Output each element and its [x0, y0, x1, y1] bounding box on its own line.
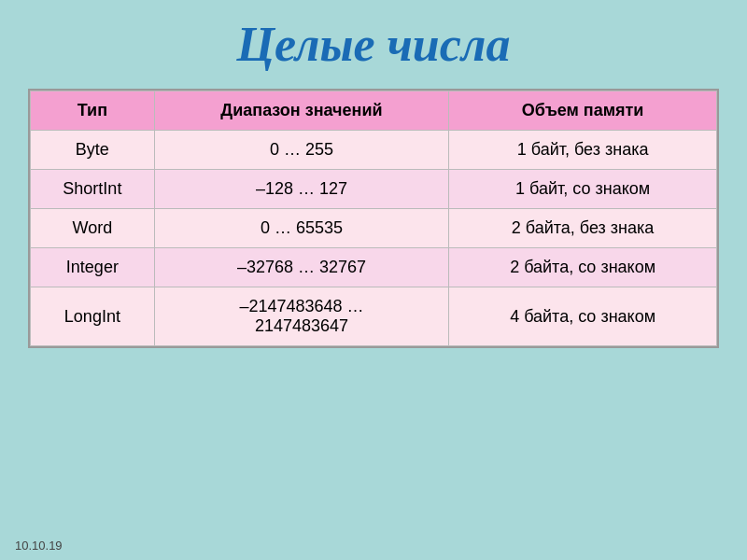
- page-title: Целые числа: [236, 17, 510, 72]
- footer-date: 10.10.19: [15, 539, 63, 553]
- table-row: Byte0 … 2551 байт, без знака: [31, 131, 717, 170]
- table-row: Integer–32768 … 327672 байта, со знаком: [31, 248, 717, 287]
- cell-memory: 2 байта, со знаком: [449, 248, 717, 287]
- cell-type: ShortInt: [31, 170, 155, 209]
- col-header-type: Тип: [31, 91, 155, 131]
- col-header-range: Диапазон значений: [154, 91, 448, 131]
- col-header-memory: Объем памяти: [449, 91, 717, 131]
- cell-memory: 2 байта, без знака: [449, 209, 717, 248]
- cell-type: Byte: [31, 131, 155, 170]
- cell-memory: 1 байт, без знака: [449, 131, 717, 170]
- cell-range: 0 … 255: [154, 131, 448, 170]
- table-row: Word0 … 655352 байта, без знака: [31, 209, 717, 248]
- cell-range: –2147483648 …2147483647: [154, 287, 448, 346]
- data-table-container: Тип Диапазон значений Объем памяти Byte0…: [28, 89, 719, 348]
- cell-range: 0 … 65535: [154, 209, 448, 248]
- cell-memory: 1 байт, со знаком: [449, 170, 717, 209]
- table-row: LongInt–2147483648 …21474836474 байта, с…: [31, 287, 717, 346]
- cell-range: –128 … 127: [154, 170, 448, 209]
- cell-type: LongInt: [31, 287, 155, 346]
- table-header-row: Тип Диапазон значений Объем памяти: [31, 91, 717, 131]
- cell-type: Integer: [31, 248, 155, 287]
- table-row: ShortInt–128 … 1271 байт, со знаком: [31, 170, 717, 209]
- integer-types-table: Тип Диапазон значений Объем памяти Byte0…: [30, 91, 717, 346]
- cell-range: –32768 … 32767: [154, 248, 448, 287]
- cell-memory: 4 байта, со знаком: [449, 287, 717, 346]
- cell-type: Word: [31, 209, 155, 248]
